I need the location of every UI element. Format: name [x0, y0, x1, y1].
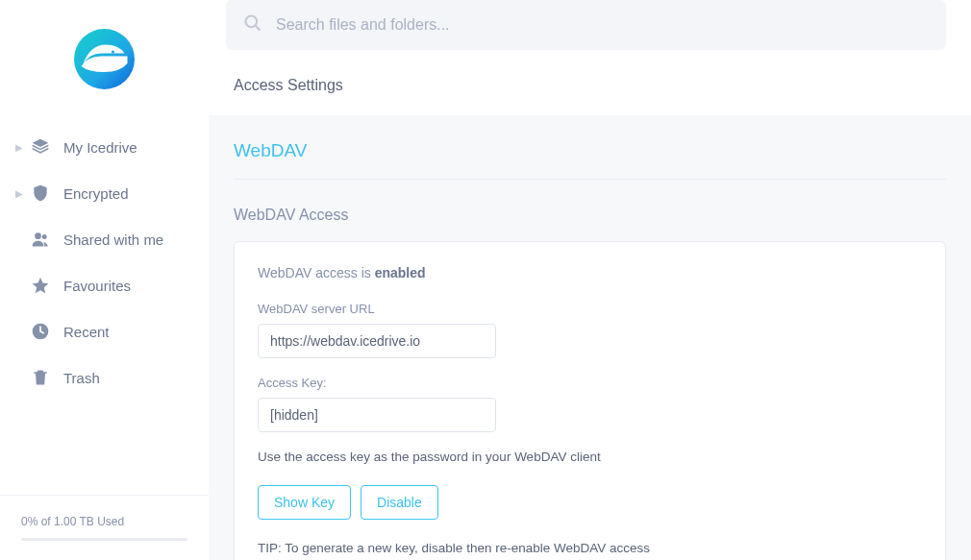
nav: ▶ My Icedrive ▶ Encrypted Shared with me: [0, 124, 209, 495]
search-bar[interactable]: [226, 0, 946, 50]
storage-text: 0% of 1.00 TB Used: [21, 515, 187, 528]
sidebar-item-label: Recent: [63, 324, 110, 340]
svg-point-1: [112, 51, 114, 54]
sidebar-item-trash[interactable]: Trash: [0, 354, 209, 401]
key-label: Access Key:: [258, 376, 922, 390]
webdav-url-input[interactable]: [258, 324, 496, 358]
sidebar-item-label: Encrypted: [63, 185, 129, 202]
sidebar: ▶ My Icedrive ▶ Encrypted Shared with me: [0, 0, 209, 560]
help-text: Use the access key as the password in yo…: [258, 450, 922, 464]
url-label: WebDAV server URL: [258, 302, 922, 316]
show-key-button[interactable]: Show Key: [258, 485, 351, 520]
sidebar-item-favourites[interactable]: Favourites: [0, 262, 209, 308]
subsection-title: WebDAV Access: [234, 207, 946, 224]
content: WebDAV WebDAV Access WebDAV access is en…: [209, 115, 971, 560]
users-icon: [31, 230, 50, 249]
access-key-input[interactable]: [258, 398, 496, 432]
sidebar-item-shared[interactable]: Shared with me: [0, 216, 209, 262]
storage-indicator: 0% of 1.00 TB Used: [0, 495, 209, 560]
section-title: WebDAV: [234, 140, 946, 180]
webdav-card: WebDAV access is enabled WebDAV server U…: [234, 241, 946, 560]
main: Access Settings WebDAV WebDAV Access Web…: [209, 0, 971, 560]
sidebar-item-label: My Icedrive: [63, 139, 137, 156]
sidebar-item-label: Favourites: [63, 278, 131, 294]
shield-icon: [31, 183, 50, 203]
search-icon: [243, 13, 262, 37]
disable-button[interactable]: Disable: [361, 485, 438, 520]
trash-icon: [31, 368, 50, 387]
status-prefix: WebDAV access is: [258, 265, 375, 280]
chevron-right-icon: ▶: [15, 142, 25, 153]
chevron-right-icon: ▶: [15, 188, 25, 199]
search-input[interactable]: [276, 16, 929, 34]
app-logo: [68, 23, 140, 95]
star-icon: [31, 276, 50, 295]
search-wrap: [209, 0, 971, 50]
sidebar-item-label: Shared with me: [63, 231, 163, 248]
button-row: Show Key Disable: [258, 485, 922, 520]
layers-icon: [31, 137, 50, 157]
status-value: enabled: [375, 265, 426, 280]
svg-point-2: [35, 232, 41, 239]
svg-line-6: [256, 26, 261, 31]
webdav-status: WebDAV access is enabled: [258, 265, 922, 280]
storage-bar: [21, 538, 187, 541]
page-title: Access Settings: [234, 77, 946, 94]
clock-icon: [31, 322, 50, 341]
tip-text: TIP: To generate a new key, disable then…: [258, 541, 922, 555]
svg-point-3: [42, 234, 47, 239]
sidebar-item-my-icedrive[interactable]: ▶ My Icedrive: [0, 124, 209, 170]
sidebar-item-encrypted[interactable]: ▶ Encrypted: [0, 170, 209, 216]
sidebar-item-recent[interactable]: Recent: [0, 308, 209, 354]
page-header: Access Settings: [209, 50, 971, 115]
svg-point-5: [246, 16, 258, 28]
sidebar-item-label: Trash: [63, 370, 100, 386]
logo-container: [0, 0, 209, 124]
